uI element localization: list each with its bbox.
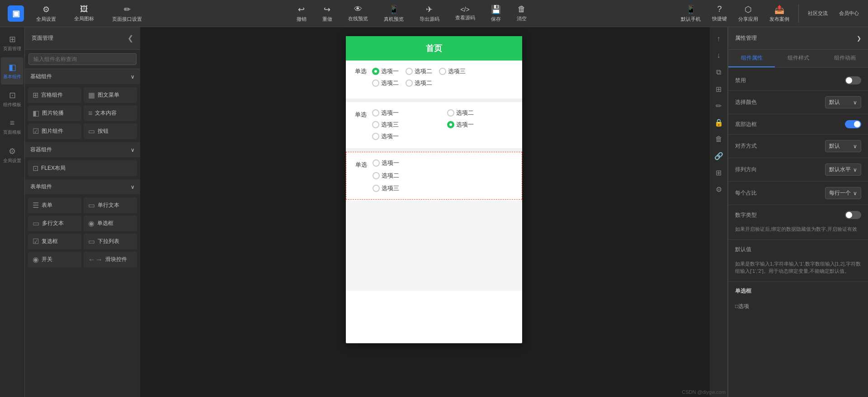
move-up-icon[interactable]: ↑ bbox=[712, 32, 726, 46]
share-app-btn[interactable]: ⬡ 分享应用 bbox=[734, 2, 763, 25]
form-section-chevron: ∨ bbox=[131, 184, 135, 190]
prop-color-value: 默认 ∨ bbox=[825, 96, 861, 108]
radio-opt-1-2-2[interactable]: 选项二 bbox=[406, 79, 432, 87]
comp-grid[interactable]: ⊞ 宫格组件 bbox=[28, 87, 81, 103]
comp-image-menu[interactable]: ▦ 图文菜单 bbox=[84, 87, 137, 103]
real-preview-btn[interactable]: 📱 真机预览 bbox=[379, 2, 408, 25]
clear-btn[interactable]: 🗑 消空 bbox=[512, 2, 531, 24]
page-interface-btn[interactable]: ✏ 页面接口设置 bbox=[108, 2, 146, 25]
add-child-icon[interactable]: ⊞ bbox=[712, 82, 726, 96]
member-btn[interactable]: 会员中心 bbox=[835, 8, 863, 19]
radio-opt-1-1-3[interactable]: 选项三 bbox=[439, 67, 466, 75]
sidebar-item-page-template[interactable]: ≡ 页面模板 bbox=[1, 113, 24, 140]
radio-opt-1-1-2[interactable]: 选项二 bbox=[406, 67, 432, 75]
tab-component-animation[interactable]: 组件动画 bbox=[821, 50, 868, 67]
phone-frame: 首页 单选 选项一 选项二 bbox=[346, 36, 522, 343]
link-icon[interactable]: 🔗 bbox=[712, 149, 726, 163]
radio-opt-label: 选项三 bbox=[448, 67, 466, 75]
publish-btn[interactable]: 📤 发布案例 bbox=[765, 2, 794, 25]
comp-flex[interactable]: ⊡ FLEX布局 bbox=[28, 160, 137, 176]
number-type-toggle[interactable] bbox=[845, 211, 861, 219]
global-icons-btn[interactable]: 🖼 全局图标 bbox=[70, 2, 99, 24]
radio-opt-2-2[interactable]: 选项二 bbox=[447, 109, 513, 117]
watermark: CSDN @diygw.com bbox=[682, 389, 726, 395]
prop-default-value-label: 默认值 bbox=[735, 246, 762, 253]
copy-icon[interactable]: ⧉ bbox=[712, 65, 726, 79]
right-panel-collapse-btn[interactable]: ❯ bbox=[857, 35, 861, 42]
sidebar-item-global-setting[interactable]: ⚙ 全局设置 bbox=[1, 141, 24, 168]
lock-icon[interactable]: 🔒 bbox=[712, 115, 726, 130]
shortcuts-btn[interactable]: ? 快捷键 bbox=[708, 2, 731, 24]
color-select[interactable]: 默认 ∨ bbox=[825, 96, 861, 108]
container-section-header[interactable]: 容器组件 ∨ bbox=[25, 142, 140, 157]
export-icon: ✈ bbox=[426, 5, 433, 14]
component-panel: 页面管理 ❮ 基础组件 ∨ ⊞ 宫格组件 ▦ 图文菜单 ◧ 图片轮播 bbox=[25, 27, 140, 397]
bottom-border-toggle[interactable] bbox=[845, 120, 861, 128]
view-source-btn[interactable]: </> 查看源码 bbox=[451, 4, 480, 23]
export-source-btn[interactable]: ✈ 导出源码 bbox=[415, 2, 444, 25]
radio-opt-label: 选项一 bbox=[381, 67, 399, 75]
delete-icon[interactable]: 🗑 bbox=[712, 132, 726, 146]
online-preview-btn[interactable]: 👁 在线预览 bbox=[344, 2, 373, 24]
community-label: 社区交流 bbox=[808, 10, 828, 17]
radio-section-1[interactable]: 单选 选项一 选项二 选项三 bbox=[346, 61, 522, 98]
disabled-toggle[interactable] bbox=[845, 76, 861, 84]
comp-form-label: 表单 bbox=[42, 201, 52, 209]
global-setting-icon: ⚙ bbox=[9, 146, 16, 156]
sidebar-item-basic-components[interactable]: ◧ 基本组件 bbox=[1, 57, 24, 84]
search-input[interactable] bbox=[28, 53, 137, 65]
sidebar-item-component-template[interactable]: ⊡ 组件模板 bbox=[1, 85, 24, 112]
basic-components-nav-label: 基本组件 bbox=[3, 74, 21, 80]
radio-opt-3-3[interactable]: 选项三 bbox=[373, 184, 513, 192]
comp-form[interactable]: ☰ 表单 bbox=[28, 197, 81, 213]
community-btn[interactable]: 社区交流 bbox=[803, 8, 832, 19]
comp-radio[interactable]: ◉ 单选框 bbox=[84, 215, 137, 231]
comp-multi-text[interactable]: ▭ 多行文本 bbox=[28, 215, 81, 231]
sidebar-collapse-btn[interactable]: ❮ bbox=[127, 34, 133, 42]
comp-button[interactable]: ▭ 按钮 bbox=[84, 123, 137, 139]
sidebar-item-page-manager[interactable]: ⊞ 页面管理 bbox=[1, 29, 24, 56]
radio-opt-1-2-1[interactable]: 选项二 bbox=[372, 79, 399, 87]
comp-checkbox[interactable]: ☑ 复选框 bbox=[28, 234, 81, 249]
radio-section-3[interactable]: 单选 选项一 选项二 选项三 bbox=[346, 152, 522, 200]
comp-single-text[interactable]: ▭ 单行文本 bbox=[84, 197, 137, 213]
radio-opt-label: 选项一 bbox=[381, 132, 399, 140]
radio-opt-1-1-1[interactable]: 选项一 bbox=[372, 67, 399, 75]
align-select[interactable]: 默认 ∨ bbox=[825, 140, 861, 152]
radio-section-2[interactable]: 单选 选项一 选项二 选项三 bbox=[346, 102, 522, 147]
radio-opt-2-1[interactable]: 选项一 bbox=[372, 109, 438, 117]
undo-btn[interactable]: ↩ 撤销 bbox=[292, 2, 311, 25]
comp-carousel[interactable]: ◧ 图片轮播 bbox=[28, 105, 81, 121]
edit-icon[interactable]: ✏ bbox=[712, 98, 726, 113]
comp-multi-text-label: 多行文本 bbox=[42, 220, 64, 227]
basic-section-header[interactable]: 基础组件 ∨ bbox=[25, 69, 140, 84]
radio-opt-3-2[interactable]: 选项二 bbox=[373, 172, 513, 180]
default-phone-btn[interactable]: 📱 默认手机 bbox=[676, 2, 705, 25]
radio-opt-label: 选项二 bbox=[415, 79, 432, 87]
phone-page-title: 首页 bbox=[426, 44, 442, 53]
comp-slider[interactable]: ←→ 滑块控件 bbox=[84, 252, 137, 267]
settings2-icon[interactable]: ⚙ bbox=[712, 182, 726, 196]
comp-text-label: 文本内容 bbox=[95, 109, 117, 117]
comp-switch[interactable]: ◉ 开关 bbox=[28, 252, 81, 267]
radio-opt-2-3[interactable]: 选项三 bbox=[372, 121, 438, 129]
tab-component-props[interactable]: 组件属性 bbox=[728, 50, 775, 67]
per-row-select[interactable]: 每行一个 ∨ bbox=[825, 187, 861, 199]
form-section-header[interactable]: 表单组件 ∨ bbox=[25, 179, 140, 194]
layers-icon[interactable]: ⊞ bbox=[712, 165, 726, 180]
prop-bottom-border-value bbox=[845, 120, 861, 128]
radio-opt-2-5[interactable]: 选项一 bbox=[372, 132, 438, 140]
radio-row-1-1: 单选 选项一 选项二 选项三 bbox=[355, 67, 513, 75]
save-btn[interactable]: 💾 保存 bbox=[486, 2, 505, 25]
comp-image[interactable]: ☑ 图片组件 bbox=[28, 123, 81, 139]
tab-component-style[interactable]: 组件样式 bbox=[775, 50, 821, 67]
comp-text-content[interactable]: ≡ 文本内容 bbox=[84, 105, 137, 121]
radio-opt-2-4[interactable]: 选项一 bbox=[447, 121, 513, 129]
comp-dropdown[interactable]: ▭ 下拉列表 bbox=[84, 234, 137, 249]
redo-btn[interactable]: ↪ 重做 bbox=[318, 2, 337, 25]
direction-select[interactable]: 默认水平 ∨ bbox=[825, 163, 861, 176]
comp-single-text-label: 单行文本 bbox=[98, 201, 119, 209]
move-down-icon[interactable]: ↓ bbox=[712, 48, 726, 63]
radio-opt-3-1[interactable]: 选项一 bbox=[373, 159, 513, 167]
global-settings-btn[interactable]: ⚙ 全局设置 bbox=[32, 2, 61, 25]
